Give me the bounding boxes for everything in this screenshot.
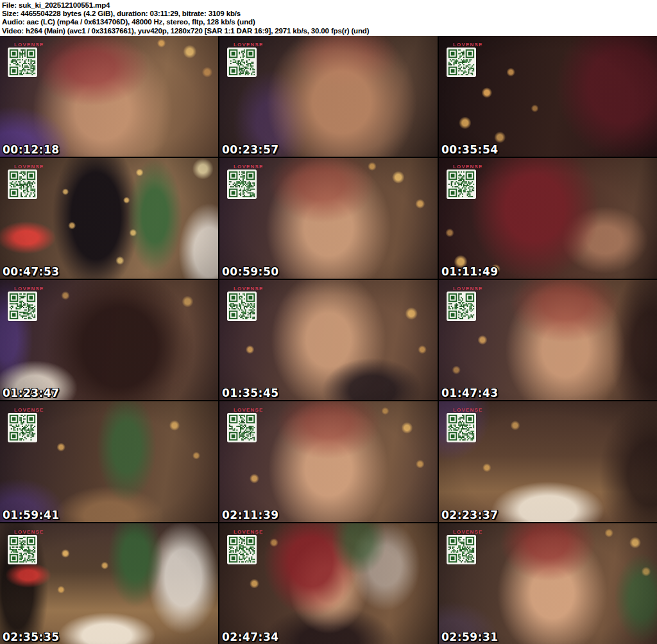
lovense-watermark: LOVENSE: [234, 529, 264, 535]
audio-info-line: Audio: aac (LC) (mp4a / 0x6134706D), 480…: [2, 18, 657, 26]
video-frame-thumbnail: LOVENSE 00:23:57: [219, 36, 438, 157]
frame-timestamp: 01:59:41: [3, 509, 60, 521]
lovense-watermark: LOVENSE: [14, 286, 44, 292]
lovense-qr-code-icon: [227, 535, 257, 564]
contact-sheet: File: suk_ki_202512100551.mp4 Size: 4465…: [0, 0, 657, 644]
video-frame-thumbnail: LOVENSE 00:12:18: [0, 36, 218, 157]
frame-timestamp: 01:47:43: [441, 387, 499, 399]
lovense-watermark: LOVENSE: [234, 407, 264, 413]
frame-timestamp: 01:35:45: [222, 387, 279, 399]
lovense-watermark: LOVENSE: [234, 286, 264, 292]
video-frame-thumbnail: LOVENSE 02:23:37: [439, 401, 657, 522]
frame-timestamp: 01:11:49: [441, 265, 499, 278]
frame-timestamp: 00:35:54: [441, 143, 499, 156]
frame-timestamp: 02:23:37: [441, 509, 499, 521]
lovense-watermark: LOVENSE: [14, 529, 44, 535]
lovense-watermark: LOVENSE: [453, 407, 483, 413]
lovense-watermark: LOVENSE: [453, 164, 483, 170]
lovense-qr-code-icon: [447, 48, 476, 77]
frame-timestamp: 00:12:18: [3, 143, 60, 156]
lovense-qr-code-icon: [447, 413, 476, 442]
video-frame-thumbnail: LOVENSE 02:11:39: [219, 401, 438, 522]
video-frame-thumbnail: LOVENSE 00:59:50: [219, 158, 438, 279]
lovense-qr-code-icon: [447, 535, 476, 564]
video-frame-thumbnail: LOVENSE 02:59:31: [439, 523, 657, 644]
video-frame-thumbnail: LOVENSE 01:47:43: [439, 280, 657, 401]
video-frame-thumbnail: LOVENSE 01:59:41: [0, 401, 218, 522]
thumbnail-grid: LOVENSE 00:12:18 LOVENSE 00:23:57 LOVENS…: [0, 36, 657, 644]
lovense-watermark: LOVENSE: [453, 529, 483, 535]
video-frame-thumbnail: LOVENSE 00:47:53: [0, 158, 218, 279]
lovense-qr-code-icon: [8, 292, 37, 321]
file-size-line: Size: 4465504228 bytes (4.2 GiB), durati…: [2, 10, 657, 18]
video-frame-thumbnail: LOVENSE 02:35:35: [0, 523, 218, 644]
lovense-qr-code-icon: [8, 413, 37, 442]
lovense-watermark: LOVENSE: [453, 286, 483, 292]
file-name-line: File: suk_ki_202512100551.mp4: [2, 1, 657, 10]
lovense-qr-code-icon: [8, 170, 37, 199]
frame-timestamp: 01:23:47: [3, 387, 60, 399]
frame-timestamp: 02:35:35: [3, 631, 60, 643]
lovense-qr-code-icon: [8, 48, 37, 77]
lovense-watermark: LOVENSE: [14, 42, 44, 48]
lovense-watermark: LOVENSE: [234, 164, 264, 170]
frame-timestamp: 02:11:39: [222, 509, 279, 521]
lovense-watermark: LOVENSE: [234, 42, 264, 48]
video-info-line: Video: h264 (Main) (avc1 / 0x31637661), …: [2, 27, 657, 35]
lovense-watermark: LOVENSE: [14, 164, 44, 170]
frame-timestamp: 00:47:53: [3, 265, 60, 278]
lovense-qr-code-icon: [227, 292, 257, 321]
lovense-qr-code-icon: [447, 170, 476, 199]
video-frame-thumbnail: LOVENSE 02:47:34: [219, 523, 438, 644]
lovense-qr-code-icon: [8, 535, 37, 564]
metadata-header: File: suk_ki_202512100551.mp4 Size: 4465…: [0, 0, 657, 36]
video-frame-thumbnail: LOVENSE 01:23:47: [0, 280, 218, 401]
lovense-qr-code-icon: [447, 292, 476, 321]
lovense-qr-code-icon: [227, 413, 257, 442]
frame-timestamp: 02:59:31: [441, 631, 499, 643]
lovense-qr-code-icon: [227, 170, 257, 199]
video-frame-thumbnail: LOVENSE 01:35:45: [219, 280, 438, 401]
lovense-qr-code-icon: [227, 48, 257, 77]
video-frame-thumbnail: LOVENSE 00:35:54: [439, 36, 657, 157]
frame-timestamp: 02:47:34: [222, 631, 279, 643]
lovense-watermark: LOVENSE: [453, 42, 483, 48]
video-frame-thumbnail: LOVENSE 01:11:49: [439, 158, 657, 279]
frame-timestamp: 00:59:50: [222, 265, 279, 278]
frame-timestamp: 00:23:57: [222, 143, 279, 156]
lovense-watermark: LOVENSE: [14, 407, 44, 413]
